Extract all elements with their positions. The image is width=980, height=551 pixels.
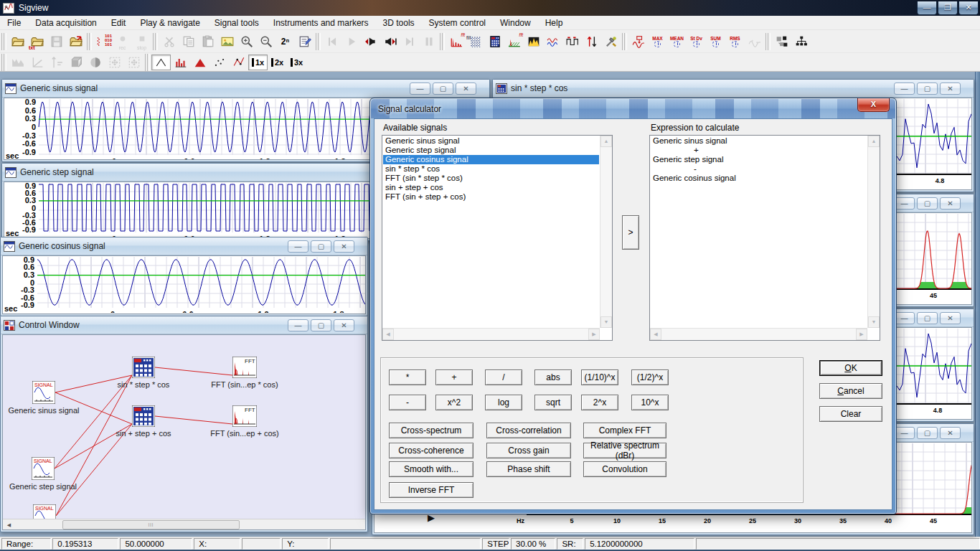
workspace-overview-button[interactable]	[791, 32, 811, 51]
op-button-[interactable]: *	[389, 369, 426, 385]
menu-instruments-and-markers[interactable]: Instruments and markers	[266, 17, 376, 29]
available-signal-item[interactable]: Generic cosinus signal	[383, 155, 599, 164]
workspace-graph[interactable]: SIGNALGeneric sinus signalsin * step * c…	[2, 334, 366, 530]
scroll-left-icon[interactable]: ◀	[650, 329, 661, 340]
restore-button[interactable]: ▢	[311, 319, 331, 331]
graph-node-sig-step-icon[interactable]: SIGNAL	[32, 457, 55, 480]
signal-plot[interactable]: 0.90.60.30-0.3-0.6-0.9sec00.61.21.8	[2, 255, 366, 314]
open-signal-button[interactable]	[66, 32, 85, 51]
restore-button[interactable]: ▢	[917, 83, 938, 95]
line-dot-style-button[interactable]	[229, 55, 248, 70]
function-button-inverse-fft[interactable]: Inverse FFT	[389, 482, 473, 498]
open-text-file-button[interactable]: txt	[27, 32, 47, 51]
function-button-cross-gain[interactable]: Cross gain	[486, 443, 571, 458]
window-function-button[interactable]	[562, 32, 582, 51]
function-button-convolution[interactable]: Convolution	[583, 461, 666, 477]
zoom-3x-button[interactable]: 3x	[287, 55, 306, 70]
op-button-[interactable]: +	[435, 369, 473, 385]
close-button[interactable]: ✕	[940, 427, 961, 439]
menu-signal-tools[interactable]: Signal tools	[207, 17, 266, 29]
close-button[interactable]: ✕	[456, 83, 476, 95]
close-button[interactable]: ✕	[940, 312, 961, 324]
minimize-button[interactable]: —	[410, 83, 430, 95]
play-sound-back-button[interactable]	[361, 32, 380, 51]
graph-node-sig-sin-icon[interactable]: SIGNAL	[32, 381, 55, 404]
available-signal-item[interactable]: sin * step * cos	[383, 164, 599, 174]
op-button-abs[interactable]: abs	[534, 369, 572, 385]
dialog-titlebar[interactable]: Signal calculator	[371, 99, 895, 118]
op-button-12x[interactable]: (1/2)^x	[631, 369, 669, 385]
menu-file[interactable]: File	[0, 17, 28, 29]
op-button-2x[interactable]: 2^x	[581, 395, 618, 410]
menu-3d-tools[interactable]: 3D tools	[376, 17, 422, 29]
graph-node-fft-mul-icon[interactable]: FFT	[232, 357, 257, 378]
minimize-button[interactable]: —	[894, 312, 915, 324]
play-sound-button[interactable]	[380, 32, 400, 51]
menu-play-navigate[interactable]: Play & navigate	[133, 17, 207, 29]
resample-button[interactable]	[582, 32, 601, 51]
signal-calculator-button[interactable]	[485, 32, 504, 51]
restore-button[interactable]: ▢	[311, 240, 331, 253]
snapshot-button[interactable]	[217, 32, 237, 51]
expression-list[interactable]: Generic sinus signal+Generic step signal…	[649, 135, 880, 341]
close-button[interactable]: ✕	[940, 197, 961, 209]
restore-button[interactable]: ▢	[917, 197, 938, 209]
available-signal-item[interactable]: FFT (sin + step + cos)	[383, 192, 599, 202]
minimize-button[interactable]: —	[894, 427, 915, 439]
zoom-out-button[interactable]	[256, 32, 275, 51]
restore-button[interactable]: ▢	[917, 427, 938, 439]
op-button-[interactable]: /	[485, 369, 522, 385]
smoothing-button[interactable]	[543, 32, 562, 51]
add-marker-button[interactable]	[628, 32, 648, 51]
menu-window[interactable]: Window	[493, 17, 538, 29]
dialog-close-button[interactable]: X	[857, 98, 890, 112]
function-button-cross-coherence[interactable]: Cross-coherence	[389, 443, 473, 458]
expression-operator-item[interactable]: +	[651, 146, 867, 155]
available-signals-list[interactable]: Generic sinus signalGeneric step signalG…	[382, 135, 613, 341]
filter-button[interactable]: filt	[466, 32, 485, 51]
function-button-cross-spectrum[interactable]: Cross-spectrum	[389, 423, 473, 438]
zoom-1x-button[interactable]: 1x	[248, 55, 268, 70]
scroll-right-icon[interactable]: ▶	[588, 329, 600, 340]
zoom-in-button[interactable]	[237, 32, 256, 51]
op-button-sqrt[interactable]: sqrt	[534, 395, 572, 410]
dot-style-button[interactable]	[209, 55, 229, 70]
function-button-smooth-with-[interactable]: Smooth with...	[389, 461, 473, 477]
minimize-button[interactable]: —	[288, 319, 308, 331]
window-titlebar[interactable]: Sigview — ❐ ✕	[0, 0, 980, 16]
minimize-button[interactable]: —	[288, 240, 308, 253]
clear-button[interactable]: Clear	[819, 406, 882, 422]
rms-marker-button[interactable]: RMS	[725, 32, 745, 51]
custom-tools-button[interactable]	[601, 32, 621, 51]
window-titlebar[interactable]: Control Window —▢✕	[1, 316, 367, 334]
tile-windows-button[interactable]	[772, 32, 791, 51]
graph-node-calc-mul-icon[interactable]	[132, 357, 155, 378]
op-button-[interactable]: -	[389, 395, 426, 410]
stdev-marker-button[interactable]: St Dv	[687, 32, 706, 51]
ok-button[interactable]: OK	[819, 360, 882, 376]
expression-signal-item[interactable]: Generic cosinus signal	[651, 174, 867, 183]
minimize-button[interactable]: —	[917, 1, 937, 15]
expression-operator-item[interactable]: -	[651, 164, 867, 174]
op-button-log[interactable]: log	[485, 395, 522, 410]
spectrum-3d-button[interactable]	[524, 32, 543, 51]
line-style-button[interactable]	[151, 55, 171, 70]
menu-help[interactable]: Help	[538, 17, 570, 29]
op-button-10x[interactable]: 10^x	[631, 395, 669, 410]
close-button[interactable]: ✕	[334, 319, 354, 331]
horizontal-scrollbar[interactable]: ◀ ▶	[650, 328, 867, 340]
close-button[interactable]: ✕	[958, 1, 979, 15]
function-button-phase-shift[interactable]: Phase shift	[486, 461, 571, 477]
scroll-up-icon[interactable]: ▲	[868, 136, 880, 147]
add-to-expression-button[interactable]: >	[622, 215, 639, 250]
horizontal-scrollbar[interactable]: ◀ ▶	[382, 328, 600, 340]
op-button-x2[interactable]: x^2	[435, 395, 473, 410]
fft-button[interactable]: fft	[446, 32, 466, 51]
bar-style-button[interactable]	[171, 55, 190, 70]
available-signal-item[interactable]: sin + step + cos	[383, 183, 599, 192]
spectrogram-button[interactable]: fft	[504, 32, 524, 51]
scroll-down-icon[interactable]: ▼	[868, 316, 880, 328]
power-of-two-button[interactable]: 2ⁿ	[275, 32, 295, 51]
restore-button[interactable]: ▢	[917, 312, 938, 324]
close-button[interactable]: ✕	[334, 240, 354, 253]
